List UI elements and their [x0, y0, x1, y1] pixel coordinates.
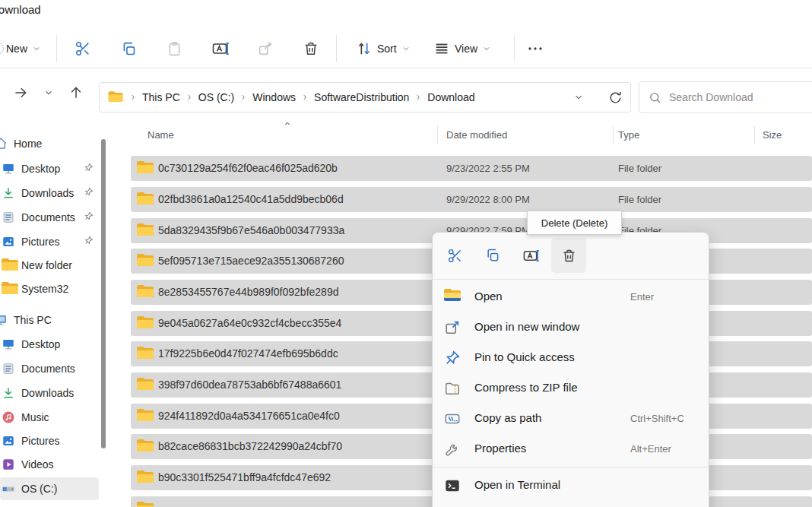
column-header-date[interactable]: Date modified — [446, 129, 507, 141]
chevron-down-icon — [401, 44, 411, 53]
new-button[interactable]: New — [6, 33, 41, 64]
sidebar-item-downloads[interactable]: Downloads — [0, 182, 99, 204]
pin-icon — [84, 162, 94, 176]
copy-button[interactable] — [475, 238, 510, 273]
cut-button[interactable] — [437, 238, 472, 273]
more-options-button[interactable] — [526, 33, 544, 64]
new-plus-icon — [0, 43, 4, 55]
toolbar-separator — [514, 35, 515, 62]
toolbar-separator — [336, 35, 337, 62]
window-tab[interactable]: Download — [0, 3, 91, 21]
sidebar-item-new-folder[interactable]: New folder — [0, 254, 99, 277]
search-input[interactable] — [669, 91, 791, 103]
menu-item-compress-to-zip[interactable]: Compress to ZIP file — [433, 373, 709, 404]
menu-item-open[interactable]: Open Enter — [433, 282, 709, 312]
folder-icon — [137, 223, 154, 237]
view-button-label: View — [455, 43, 477, 55]
sidebar-item-this-pc[interactable]: This PC — [0, 309, 99, 331]
sidebar-item-thispc-pictures[interactable]: Pictures — [0, 429, 99, 452]
navigation-bar: This PC OS (C:) Windows SoftwareDistribu… — [0, 70, 812, 119]
properties-wrench-icon — [444, 441, 461, 458]
pin-icon — [84, 235, 94, 249]
sidebar-item-system32[interactable]: System32 — [0, 277, 99, 300]
menu-item-open-in-terminal[interactable]: Open in Terminal — [433, 471, 709, 501]
pictures-icon — [2, 235, 15, 249]
column-separator[interactable] — [437, 126, 438, 144]
sidebar-item-thispc-desktop[interactable]: Desktop — [0, 333, 99, 356]
address-dropdown-chevron-icon[interactable] — [573, 92, 584, 103]
rename-button[interactable] — [210, 33, 231, 64]
music-icon — [2, 410, 15, 424]
breadcrumb-os-c[interactable]: OS (C:) — [198, 91, 234, 103]
breadcrumb-this-pc[interactable]: This PC — [142, 91, 180, 103]
desktop-icon — [2, 162, 15, 176]
open-new-window-icon — [444, 319, 461, 336]
sidebar-item-home[interactable]: Home — [0, 132, 99, 155]
rename-button[interactable] — [513, 238, 548, 273]
open-folder-icon — [444, 289, 461, 306]
breadcrumb-windows[interactable]: Windows — [252, 91, 296, 103]
sidebar-item-documents[interactable]: Documents — [0, 206, 99, 229]
menu-item-copy-as-path[interactable]: Copy as path Ctrl+Shift+C — [433, 404, 709, 434]
videos-icon — [2, 458, 15, 471]
copy-button[interactable] — [119, 33, 138, 64]
computer-icon — [0, 313, 8, 327]
column-header-name[interactable]: Name — [147, 129, 174, 141]
refresh-icon[interactable] — [608, 90, 623, 105]
table-row[interactable]: 02fbd3861a0a12540c41a5dd9becb06d 9/29/20… — [131, 187, 812, 212]
downloads-icon — [2, 186, 15, 200]
breadcrumb-download[interactable]: Download — [427, 91, 474, 103]
sidebar-item-thispc-os-c[interactable]: OS (C:) — [0, 477, 99, 500]
context-menu: Open Enter Open in new window Pin to Qui… — [432, 232, 709, 507]
breadcrumb-softwaredistribution[interactable]: SoftwareDistribution — [314, 91, 409, 103]
delete-button[interactable] — [551, 238, 586, 273]
menu-item-pin-to-quick-access[interactable]: Pin to Quick access — [433, 343, 709, 373]
forward-button[interactable] — [10, 82, 31, 103]
documents-icon — [2, 362, 15, 375]
view-button[interactable]: View — [433, 33, 491, 64]
sort-button[interactable]: Sort — [356, 33, 411, 64]
up-button[interactable] — [65, 82, 87, 103]
address-bar[interactable]: This PC OS (C:) Windows SoftwareDistribu… — [99, 82, 631, 112]
pin-icon — [84, 211, 94, 224]
cut-button[interactable] — [73, 33, 93, 64]
sidebar-item-pictures[interactable]: Pictures — [0, 230, 99, 253]
menu-separator — [433, 467, 709, 467]
sidebar-item-thispc-documents[interactable]: Documents — [0, 357, 99, 380]
breadcrumb-chevron-icon — [414, 93, 422, 101]
sidebar-item-desktop[interactable]: Desktop — [0, 157, 99, 180]
pin-icon — [84, 186, 94, 200]
sort-button-label: Sort — [377, 43, 397, 55]
sidebar-item-thispc-downloads[interactable]: Downloads — [0, 382, 99, 404]
breadcrumb-chevron-icon — [239, 93, 247, 101]
breadcrumb-chevron-icon — [186, 93, 193, 101]
column-header-size[interactable]: Size — [763, 129, 782, 141]
search-box[interactable] — [639, 81, 812, 113]
menu-item-properties[interactable]: Properties Alt+Enter — [433, 434, 709, 464]
location-folder-icon — [109, 91, 123, 103]
search-icon — [649, 91, 661, 104]
column-separator[interactable] — [613, 126, 614, 144]
sidebar-item-thispc-videos[interactable]: Videos — [0, 453, 99, 476]
sidebar-item-thispc-music[interactable]: Music — [0, 406, 99, 429]
folder-icon — [137, 192, 154, 206]
paste-button[interactable] — [164, 33, 184, 64]
folder-icon — [137, 254, 154, 268]
column-separator[interactable] — [754, 126, 755, 144]
chevron-down-icon — [482, 44, 491, 53]
paste-icon — [167, 41, 182, 57]
delete-button[interactable] — [301, 33, 321, 64]
pin-icon — [444, 350, 461, 366]
column-header-type[interactable]: Type — [618, 129, 639, 141]
copy-icon — [121, 41, 137, 57]
drive-icon — [2, 482, 15, 496]
share-button[interactable] — [255, 33, 275, 64]
sort-icon — [356, 40, 373, 57]
table-row[interactable]: 0c730129a254f62f0eac46f025ad620b 9/23/20… — [131, 156, 812, 181]
chevron-down-icon — [43, 87, 54, 98]
home-icon — [0, 137, 8, 151]
menu-item-open-in-new-window[interactable]: Open in new window — [433, 312, 709, 343]
rename-icon — [522, 247, 540, 265]
recent-locations-button[interactable] — [38, 82, 59, 103]
sidebar-scrollbar[interactable] — [101, 139, 106, 448]
